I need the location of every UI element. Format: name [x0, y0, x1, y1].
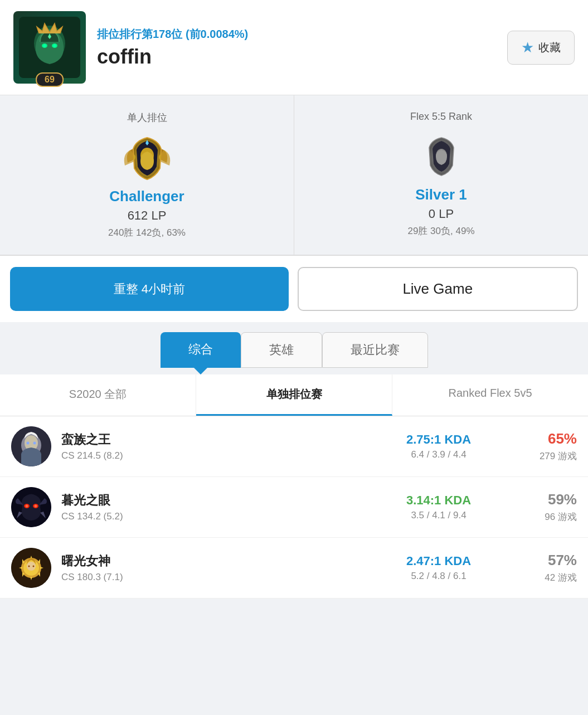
header-section: 69 排位排行第178位 (前0.0084%) coffin ★ 收藏: [0, 0, 588, 95]
champion-kda-detail: 6.4 / 3.9 / 4.4: [388, 449, 489, 460]
champion-kda-ratio: 2.75:1 KDA: [388, 432, 489, 447]
champion-kda-ratio: 2.47:1 KDA: [388, 554, 489, 568]
svg-point-23: [33, 566, 35, 567]
favorite-button[interactable]: ★ 收藏: [507, 31, 575, 65]
champion-avatar: [11, 487, 51, 527]
champion-kda-detail: 3.5 / 4.1 / 9.4: [388, 510, 489, 521]
subtab-all-label: S2020 全部: [69, 388, 127, 400]
nocturne-icon: [11, 487, 51, 527]
subtab-solo-label: 单独排位赛: [266, 388, 322, 400]
champion-winrate-block: 65% 279 游戏: [499, 430, 577, 463]
champion-info: 曙光女神 CS 180.3 (7.1): [61, 553, 378, 583]
leona-icon: [11, 548, 51, 588]
svg-point-12: [33, 442, 36, 445]
tab-recent-matches-label: 最近比赛: [351, 343, 400, 357]
champion-info: 暮光之眼 CS 134.2 (5.2): [61, 492, 378, 522]
rank-suffix: 位 (前0.0084%): [171, 28, 248, 40]
challenger-icon: [122, 132, 172, 182]
champion-cs: CS 180.3 (7.1): [61, 572, 378, 583]
champion-winrate-block: 59% 96 游戏: [499, 491, 577, 523]
silver-icon: [416, 130, 466, 181]
rank-number: 178: [153, 28, 171, 40]
subtab-flex[interactable]: Ranked Flex 5v5: [392, 374, 588, 416]
tab-champions[interactable]: 英雄: [241, 332, 322, 368]
solo-rank-block: 单人排位: [0, 95, 294, 255]
flex-rank-block: Flex 5:5 Rank Silver 1 0 LP 29胜 30负, 49%: [294, 95, 588, 255]
champion-games: 96 游戏: [499, 510, 577, 523]
favorite-label: 收藏: [538, 40, 561, 55]
tab-champions-label: 英雄: [269, 343, 294, 357]
flex-rank-lp: 0 LP: [429, 207, 454, 221]
rank-section: 单人排位: [0, 95, 588, 256]
subtab-solo[interactable]: 单独排位赛: [196, 374, 392, 416]
champion-name: 曙光女神: [61, 553, 378, 570]
header-info: 排位排行第178位 (前0.0084%) coffin: [97, 27, 496, 69]
champion-avatar: [11, 426, 51, 466]
svg-point-5: [54, 45, 56, 47]
champion-kda-block: 2.75:1 KDA 6.4 / 3.9 / 4.4: [388, 432, 489, 460]
champion-name: 暮光之眼: [61, 492, 378, 509]
flex-rank-label: Flex 5:5 Rank: [410, 111, 472, 123]
player-avatar-wrap: 69: [13, 11, 86, 84]
svg-point-11: [27, 442, 30, 445]
rank-prefix: 排位排行第: [97, 28, 153, 40]
action-buttons-row: 重整 4小时前 Live Game: [0, 256, 588, 322]
solo-rank-label: 单人排位: [127, 111, 167, 124]
champion-list: 蛮族之王 CS 214.5 (8.2) 2.75:1 KDA 6.4 / 3.9…: [0, 416, 588, 599]
champion-kda-detail: 5.2 / 4.8 / 6.1: [388, 571, 489, 582]
refresh-button[interactable]: 重整 4小时前: [10, 267, 289, 311]
challenger-emblem-svg: [122, 132, 172, 182]
table-row: 曙光女神 CS 180.3 (7.1) 2.47:1 KDA 5.2 / 4.8…: [0, 538, 588, 599]
champion-kda-block: 2.47:1 KDA 5.2 / 4.8 / 6.1: [388, 554, 489, 582]
champion-games: 42 游戏: [499, 571, 577, 584]
svg-point-17: [35, 505, 37, 508]
champion-winrate: 65%: [499, 430, 577, 448]
subtab-all[interactable]: S2020 全部: [0, 374, 196, 416]
main-tabs-row: 综合 英雄 最近比赛: [0, 322, 588, 368]
solo-rank-name: Challenger: [109, 188, 184, 205]
player-level: 69: [36, 72, 64, 87]
champion-kda-block: 3.14:1 KDA 3.5 / 4.1 / 9.4: [388, 493, 489, 521]
rank-position-text: 排位排行第178位 (前0.0084%): [97, 27, 496, 42]
tab-recent-matches[interactable]: 最近比赛: [322, 332, 428, 368]
champion-info: 蛮族之王 CS 214.5 (8.2): [61, 431, 378, 461]
player-username: coffin: [97, 45, 496, 69]
filter-subtabs-row: S2020 全部 单独排位赛 Ranked Flex 5v5: [0, 374, 588, 416]
svg-point-4: [43, 45, 46, 47]
solo-rank-lp: 612 LP: [128, 208, 167, 223]
tab-overview-label: 综合: [188, 342, 213, 356]
svg-point-16: [26, 505, 28, 508]
champion-cs: CS 134.2 (5.2): [61, 511, 378, 522]
svg-point-22: [28, 566, 30, 567]
table-row: 暮光之眼 CS 134.2 (5.2) 3.14:1 KDA 3.5 / 4.1…: [0, 477, 588, 538]
champion-winrate-block: 57% 42 游戏: [499, 552, 577, 584]
champion-avatar: [11, 548, 51, 588]
solo-rank-record: 240胜 142负, 63%: [108, 226, 186, 239]
champion-games: 279 游戏: [499, 450, 577, 463]
champion-winrate: 59%: [499, 491, 577, 508]
avatar-icon: [19, 17, 80, 78]
livegame-button[interactable]: Live Game: [298, 267, 579, 311]
tryndamere-icon: [11, 426, 51, 466]
subtab-flex-label: Ranked Flex 5v5: [448, 387, 532, 399]
silver-emblem-svg: [419, 133, 464, 178]
star-icon: ★: [521, 39, 534, 56]
flex-rank-record: 29胜 30负, 49%: [407, 225, 474, 237]
champion-kda-ratio: 3.14:1 KDA: [388, 493, 489, 508]
champion-winrate: 57%: [499, 552, 577, 569]
svg-point-21: [27, 562, 36, 571]
table-row: 蛮族之王 CS 214.5 (8.2) 2.75:1 KDA 6.4 / 3.9…: [0, 416, 588, 477]
flex-rank-name: Silver 1: [415, 186, 467, 203]
champion-cs: CS 214.5 (8.2): [61, 450, 378, 461]
champion-name: 蛮族之王: [61, 431, 378, 448]
tab-overview[interactable]: 综合: [161, 332, 241, 368]
